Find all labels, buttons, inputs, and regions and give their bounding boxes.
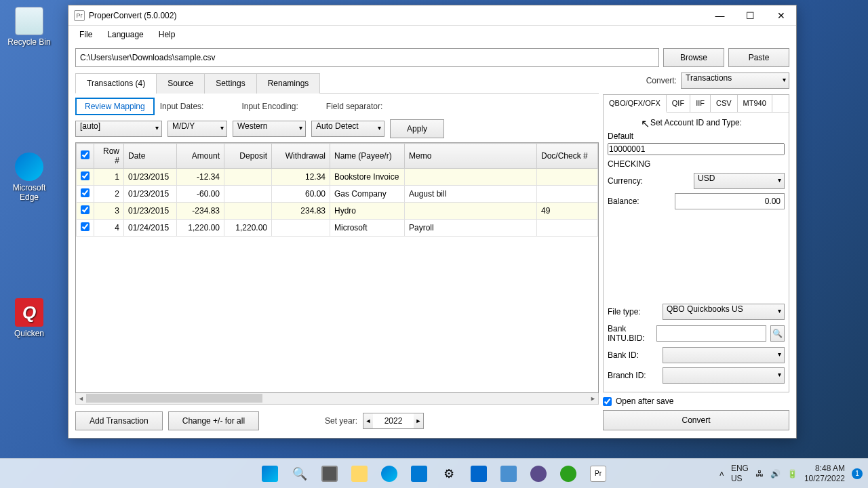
branchid-select[interactable] (663, 367, 785, 384)
close-button[interactable]: ✕ (766, 5, 796, 26)
row-checkbox[interactable] (81, 171, 90, 180)
currency-select[interactable]: USD (694, 173, 785, 189)
tb-app2-button[interactable] (495, 460, 522, 487)
language-indicator[interactable]: ENG (731, 464, 749, 473)
transactions-table: Row # Date Amount Deposit Withdrawal Nam… (75, 142, 599, 393)
volume-icon[interactable]: 🔊 (770, 469, 781, 479)
format-tab-qif[interactable]: QIF (667, 95, 690, 112)
col-row[interactable]: Row # (94, 144, 124, 169)
format-tab-iif[interactable]: IIF (690, 95, 711, 112)
cell-date: 01/24/2015 (124, 220, 177, 237)
scroll-left-icon[interactable]: ◄ (76, 393, 86, 403)
add-transaction-button[interactable]: Add Transaction (75, 411, 163, 430)
window-title: ProperConvert (5.0.002) (89, 11, 705, 20)
separator-select[interactable]: Auto Detect (311, 121, 384, 137)
tab-source[interactable]: Source (156, 73, 205, 94)
open-after-checkbox[interactable] (603, 397, 612, 406)
edge-icon (15, 152, 43, 181)
gear-icon: ⚙ (443, 466, 454, 481)
format-tab-csv[interactable]: CSV (711, 95, 738, 112)
task-view-button[interactable] (316, 460, 343, 487)
desktop-recycle-bin[interactable]: Recycle Bin (5, 7, 53, 47)
horizontal-scrollbar[interactable]: ◄ ► (75, 393, 599, 405)
year-spinner[interactable]: ◄ 2022 ► (363, 413, 424, 429)
col-amount[interactable]: Amount (177, 144, 224, 169)
browse-button[interactable]: Browse (663, 48, 724, 67)
cell-name: Microsoft (330, 220, 405, 237)
start-button[interactable] (256, 460, 283, 487)
tb-quickbooks-button[interactable] (555, 460, 582, 487)
account-type-select[interactable]: CHECKING (608, 159, 785, 169)
col-date[interactable]: Date (124, 144, 177, 169)
table-row[interactable]: 4 01/24/2015 1,220.00 1,220.00 Microsoft… (77, 220, 598, 237)
tb-app1-button[interactable] (465, 460, 492, 487)
file-path-input[interactable] (75, 48, 659, 67)
table-row[interactable]: 2 01/23/2015 -60.00 60.00 Gas Company Au… (77, 186, 598, 203)
right-panel: Convert: Transactions QBO/QFX/OFX QIF II… (603, 73, 789, 430)
auto-select[interactable]: [auto] (75, 121, 162, 137)
scroll-thumb[interactable] (86, 394, 262, 403)
edge-button[interactable] (376, 460, 403, 487)
cell-memo: August bill (405, 186, 537, 203)
tab-transactions[interactable]: Transactions (4) (75, 73, 157, 94)
cell-row: 3 (94, 203, 124, 220)
col-memo[interactable]: Memo (405, 144, 537, 169)
menu-file[interactable]: File (73, 28, 99, 41)
notification-badge[interactable]: 1 (852, 468, 863, 479)
tab-settings[interactable]: Settings (204, 73, 256, 94)
cell-amount: -234.83 (177, 203, 224, 220)
menu-language[interactable]: Language (100, 28, 150, 41)
review-mapping-button[interactable]: Review Mapping (75, 98, 155, 115)
clock[interactable]: 8:48 AM 10/27/2022 (804, 464, 845, 483)
titlebar[interactable]: Pr ProperConvert (5.0.002) — ☐ ✕ (68, 5, 796, 26)
toolbar: Browse Paste (68, 43, 796, 73)
intubid-search-button[interactable]: 🔍 (770, 325, 785, 342)
col-doc[interactable]: Doc/Check # (537, 144, 598, 169)
row-checkbox[interactable] (81, 188, 90, 197)
filetype-select[interactable]: QBO Quickbooks US (663, 304, 785, 320)
minimize-button[interactable]: — (705, 5, 735, 26)
store-button[interactable] (406, 460, 433, 487)
change-sign-button[interactable]: Change +/- for all (168, 411, 259, 430)
convert-button[interactable]: Convert (603, 410, 789, 430)
main-tabs: Transactions (4) Source Settings Renamin… (75, 73, 599, 94)
tb-app3-button[interactable] (525, 460, 552, 487)
header-checkbox[interactable] (81, 150, 90, 159)
row-checkbox[interactable] (81, 205, 90, 214)
desktop-quicken[interactable]: Q Quicken (5, 298, 53, 338)
paste-button[interactable]: Paste (728, 48, 789, 67)
bankid-select[interactable] (663, 347, 785, 363)
table-row[interactable]: 1 01/23/2015 -12.34 12.34 Bookstore Invo… (77, 169, 598, 186)
explorer-button[interactable] (346, 460, 373, 487)
col-name[interactable]: Name (Payee/r) (330, 144, 405, 169)
encoding-select[interactable]: Western (233, 121, 306, 137)
cell-date: 01/23/2015 (124, 169, 177, 186)
intubid-label: Bank INTU.BID: (608, 324, 652, 343)
format-tab-mt940[interactable]: MT940 (738, 95, 772, 112)
desktop-edge[interactable]: Microsoft Edge (5, 152, 53, 202)
scroll-right-icon[interactable]: ► (588, 393, 598, 403)
cell-date: 01/23/2015 (124, 186, 177, 203)
intubid-input[interactable] (656, 325, 766, 342)
year-increase-button[interactable]: ► (414, 413, 423, 428)
date-format-select[interactable]: M/D/Y (167, 121, 227, 137)
tray-chevron-icon[interactable]: ʌ (719, 469, 724, 478)
col-withdrawal[interactable]: Withdrawal (272, 144, 330, 169)
balance-input[interactable] (675, 193, 785, 209)
tb-properconvert-button[interactable]: Pr (585, 460, 612, 487)
maximize-button[interactable]: ☐ (735, 5, 766, 26)
tab-renamings[interactable]: Renamings (256, 73, 321, 94)
search-button[interactable]: 🔍 (286, 460, 313, 487)
network-icon[interactable]: 🖧 (755, 469, 764, 479)
account-id-input[interactable] (608, 143, 785, 155)
col-deposit[interactable]: Deposit (224, 144, 272, 169)
battery-icon[interactable]: 🔋 (787, 469, 797, 479)
format-tab-qbo[interactable]: QBO/QFX/OFX (604, 95, 667, 113)
year-decrease-button[interactable]: ◄ (363, 413, 373, 428)
table-row[interactable]: 3 01/23/2015 -234.83 234.83 Hydro 49 (77, 203, 598, 220)
row-checkbox[interactable] (81, 222, 90, 231)
convert-type-select[interactable]: Transactions (681, 73, 789, 89)
apply-button[interactable]: Apply (390, 119, 444, 138)
settings-button[interactable]: ⚙ (435, 460, 462, 487)
menu-help[interactable]: Help (152, 28, 182, 41)
